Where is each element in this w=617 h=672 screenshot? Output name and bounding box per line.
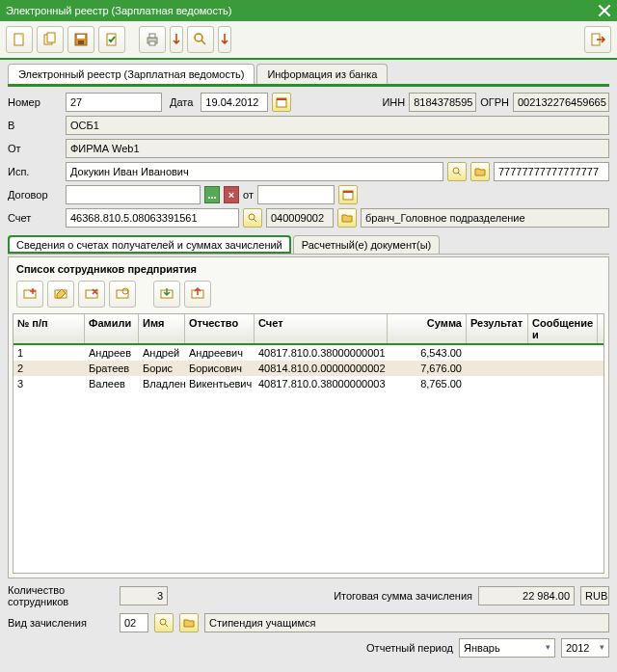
exec-folder-icon[interactable] — [470, 162, 490, 181]
to-field: ОСБ1 — [66, 116, 609, 135]
cell: Андрей — [139, 345, 185, 361]
table-row[interactable]: 3ВалеевВладленВикентьевич40817.810.0.380… — [13, 376, 604, 391]
contract-remove-button[interactable]: × — [224, 186, 239, 203]
period-month-field[interactable]: Январь — [459, 638, 555, 658]
label-count: Количество сотрудников — [8, 584, 114, 607]
from-field: ФИРМА Web1 — [66, 139, 609, 158]
account-field[interactable]: 46368.810.5.08063391561 — [66, 208, 239, 228]
col-n[interactable]: № п/п — [13, 314, 85, 343]
cell: Борис — [139, 361, 185, 376]
cell: Братеев — [85, 361, 139, 376]
account-lookup-icon[interactable] — [243, 208, 262, 228]
employee-list-title: Список сотрудников предприятия — [13, 261, 604, 277]
label-ot: от — [243, 189, 254, 201]
copy-doc-button[interactable] — [37, 26, 64, 53]
label-ogrn: ОГРН — [480, 96, 509, 108]
currency-field: RUB — [580, 586, 609, 605]
date-field[interactable]: 19.04.2012 — [201, 93, 268, 112]
svg-rect-16 — [343, 191, 353, 193]
label-from: От — [8, 143, 62, 154]
calendar-icon[interactable] — [272, 93, 291, 112]
subtab-docs[interactable]: Расчетный(е) документ(ы) — [293, 235, 441, 254]
svg-rect-4 — [77, 35, 85, 39]
cell: Борисович — [185, 361, 255, 376]
main-toolbar — [0, 21, 617, 60]
label-exec: Исп. — [8, 166, 62, 177]
cell: Владлен — [139, 376, 185, 391]
print-button[interactable] — [139, 26, 166, 53]
label-to: В — [8, 120, 62, 131]
label-type: Вид зачисления — [8, 617, 114, 629]
row-delete-button[interactable] — [78, 281, 105, 308]
cell: 40817.810.0.38000000003 — [255, 376, 388, 391]
row-edit-button[interactable] — [47, 281, 74, 308]
phone-field[interactable]: 77777777777777777 — [494, 162, 609, 181]
sort-down-button[interactable] — [170, 26, 183, 53]
contract-add-button[interactable]: ... — [204, 186, 220, 203]
cell: 8,765.00 — [388, 376, 467, 391]
contract-field[interactable] — [66, 185, 201, 204]
svg-rect-2 — [47, 33, 55, 42]
cell: 6,543.00 — [388, 345, 467, 361]
window-title: Электронный реестр (Зарплатная ведомость… — [6, 5, 231, 16]
label-total: Итоговая сумма зачисления — [334, 590, 472, 602]
cell: 2 — [13, 361, 85, 376]
col-message[interactable]: Сообщение и — [528, 314, 598, 343]
cell: Валеев — [85, 376, 139, 391]
cell: 1 — [13, 345, 85, 361]
cell: Андреевич — [185, 345, 255, 361]
contract-calendar-icon[interactable] — [338, 185, 358, 204]
cell: Андреев — [85, 345, 139, 361]
label-account: Счет — [8, 212, 62, 224]
import-button[interactable] — [153, 281, 180, 308]
branch-field: бранч_Головное подразделение — [361, 208, 609, 228]
tab-bank-info[interactable]: Информация из банка — [256, 64, 388, 84]
search-button[interactable] — [187, 26, 214, 53]
col-patronymic[interactable]: Отчество — [185, 314, 255, 343]
cell: 7,676.00 — [388, 361, 467, 376]
ogrn-field: 002132276459665 — [513, 93, 609, 112]
row-add-button[interactable] — [16, 281, 43, 308]
label-inn: ИНН — [382, 96, 405, 108]
number-field[interactable]: 27 — [66, 93, 162, 112]
svg-rect-5 — [78, 40, 84, 44]
employee-grid[interactable]: № п/п Фамили Имя Отчество Счет Сумма Рез… — [13, 313, 604, 574]
exec-search-icon[interactable] — [447, 162, 467, 181]
col-account[interactable]: Счет — [255, 314, 388, 343]
sort-down-button-2[interactable] — [218, 26, 231, 53]
svg-point-10 — [195, 34, 202, 41]
label-period: Отчетный период — [366, 642, 453, 654]
count-field: 3 — [120, 586, 168, 605]
table-row[interactable]: 2БратеевБорисБорисович40814.810.0.000000… — [13, 361, 604, 376]
export-button[interactable] — [184, 281, 211, 308]
save-button[interactable] — [67, 26, 94, 53]
period-year-field[interactable]: 2012 — [561, 638, 609, 658]
type-name-field: Стипендия учащимся — [204, 613, 609, 632]
cell: 40814.810.0.00000000002 — [255, 361, 388, 376]
tab-registry[interactable]: Электронный реестр (Зарплатная ведомость… — [8, 64, 255, 84]
col-result[interactable]: Результат — [467, 314, 528, 343]
table-row[interactable]: 1АндреевАндрейАндреевич40817.810.0.38000… — [13, 345, 604, 361]
label-number: Номер — [8, 96, 62, 108]
type-code-field[interactable]: 02 — [120, 613, 148, 632]
svg-rect-8 — [149, 34, 155, 38]
svg-rect-9 — [149, 41, 155, 45]
close-button[interactable] — [598, 4, 611, 17]
subtab-details[interactable]: Сведения о счетах получателей и суммах з… — [8, 235, 291, 254]
col-name[interactable]: Имя — [139, 314, 185, 343]
exit-button[interactable] — [584, 26, 611, 53]
inn-field: 8184378595 — [409, 93, 476, 112]
label-contract: Договор — [8, 189, 62, 201]
row-view-button[interactable] — [109, 281, 136, 308]
col-sum[interactable]: Сумма — [388, 314, 467, 343]
account2-folder-icon[interactable] — [337, 208, 357, 228]
type-search-icon[interactable] — [154, 613, 174, 632]
apply-button[interactable] — [98, 26, 125, 53]
type-folder-icon[interactable] — [179, 613, 199, 632]
account2-field: 040009002 — [266, 208, 334, 228]
total-field: 22 984.00 — [478, 586, 575, 605]
contract-date-field[interactable] — [257, 185, 335, 204]
exec-field[interactable]: Докукин Иван Иванович — [66, 162, 443, 181]
col-surname[interactable]: Фамили — [85, 314, 139, 343]
new-doc-button[interactable] — [6, 26, 33, 53]
